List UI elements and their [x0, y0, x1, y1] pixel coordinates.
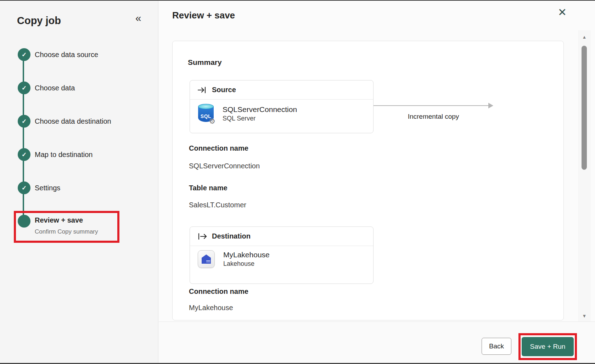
check-icon: ✓	[22, 51, 27, 58]
source-connection-type: SQL Server	[223, 115, 297, 122]
check-icon: ✓	[22, 84, 27, 92]
scroll-down-icon[interactable]: ▼	[578, 313, 591, 319]
field-value: SQLServerConnection	[189, 162, 260, 170]
summary-heading: Summary	[188, 58, 222, 67]
sidebar-step-choose-data[interactable]: Choose data	[35, 84, 75, 92]
copy-mode-label: Incremental copy	[374, 113, 493, 121]
house-grid-detail	[206, 261, 210, 263]
source-box: Source SQL ⚙ SQLServerConnection SQL Ser…	[190, 80, 374, 133]
sidebar-step-map-to-destination[interactable]: Map to destination	[35, 151, 92, 159]
destination-connection-type: Lakehouse	[223, 260, 270, 268]
arrow-from-bar-icon	[198, 233, 207, 240]
step-check-icon: ✓	[18, 181, 30, 194]
step-check-icon: ✓	[18, 148, 30, 161]
wizard-sidebar: Copy job « ✓ Choose data source ✓ Choose…	[0, 1, 158, 363]
close-icon[interactable]: ✕	[558, 7, 567, 18]
field-label: Connection name	[189, 287, 248, 296]
window-top-edge	[0, 0, 595, 1]
source-connection-name: SQLServerConnection	[223, 105, 297, 114]
field-value: SalesLT.Customer	[189, 201, 246, 209]
save-run-button[interactable]: Save + Run	[522, 337, 574, 356]
back-button[interactable]: Back	[482, 338, 511, 355]
field-value: MyLakehouse	[189, 304, 233, 312]
field-label: Connection name	[189, 144, 248, 152]
sidebar-step-choose-data-source[interactable]: Choose data source	[35, 51, 98, 59]
wizard-footer: Back Save + Run	[159, 321, 595, 363]
review-save-panel: Review + save ✕ Summary Source SQL	[159, 1, 595, 363]
gear-icon: ⚙	[209, 118, 215, 125]
check-icon: ✓	[22, 118, 27, 125]
sql-server-icon: SQL ⚙	[198, 104, 214, 124]
collapse-sidebar-icon[interactable]: «	[135, 13, 141, 23]
check-icon: ✓	[22, 184, 27, 192]
page-title: Review + save	[172, 10, 235, 21]
lakehouse-icon	[198, 250, 215, 268]
vertical-scrollbar[interactable]: ▲ ▼	[578, 30, 591, 321]
arrow-into-bar-icon	[198, 86, 207, 94]
destination-connection-name: MyLakehouse	[223, 251, 270, 259]
step-check-icon: ✓	[18, 82, 30, 94]
field-label: Table name	[189, 184, 228, 192]
source-section-label: Source	[212, 86, 236, 94]
source-connection-row: SQL ⚙ SQLServerConnection SQL Server	[190, 100, 373, 128]
check-icon: ✓	[22, 151, 27, 158]
sidebar-step-settings[interactable]: Settings	[35, 184, 60, 192]
copy-flow-arrow-line	[374, 105, 489, 106]
destination-connection-row: MyLakehouse Lakehouse	[190, 246, 373, 272]
sidebar-step-choose-data-destination[interactable]: Choose data destination	[35, 117, 111, 125]
stepper-connector-line	[23, 54, 24, 221]
destination-box-header: Destination	[190, 227, 373, 246]
destination-box: Destination MyLakehouse Lakehouse	[190, 226, 374, 284]
highlight-box-review-step	[14, 211, 119, 243]
sql-cylinder-top	[198, 104, 214, 109]
house-glyph	[202, 254, 211, 264]
source-box-header: Source	[190, 80, 373, 100]
destination-section-label: Destination	[212, 232, 251, 240]
scrollbar-thumb[interactable]	[582, 46, 587, 170]
summary-card: Summary Source SQL ⚙	[172, 41, 564, 320]
scroll-up-icon[interactable]: ▲	[578, 34, 591, 40]
step-check-icon: ✓	[18, 115, 30, 128]
highlight-box-save-run: Save + Run	[518, 333, 577, 360]
copy-flow-arrow-head	[488, 103, 493, 108]
step-check-icon: ✓	[18, 48, 30, 61]
copy-job-wizard-window: Copy job « ✓ Choose data source ✓ Choose…	[0, 0, 595, 364]
wizard-title: Copy job	[17, 15, 61, 27]
